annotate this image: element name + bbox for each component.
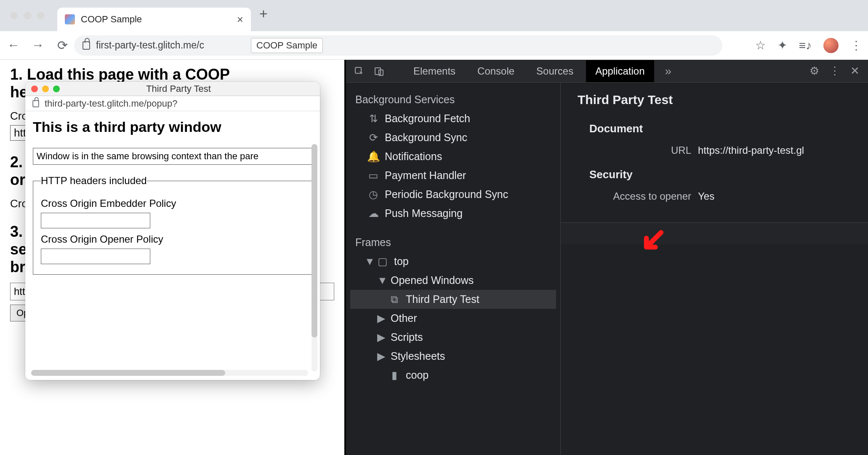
windows-icon: ⧉ (390, 295, 399, 304)
chevron-right-icon: ▶ (377, 312, 384, 324)
address-text: first-party-test.glitch.me/c (96, 40, 204, 51)
traffic-dot (10, 12, 18, 19)
popup-titlebar: Third Party Test (25, 82, 320, 96)
sync-icon: ⟳ (369, 133, 378, 142)
coop-input[interactable] (41, 249, 150, 264)
file-icon: ▮ (390, 371, 399, 380)
card-icon: ▭ (369, 171, 378, 180)
tab-application[interactable]: Application (586, 60, 654, 82)
popup-address-text: third-party-test.glitch.me/popup? (45, 98, 178, 109)
back-button[interactable]: ← (6, 38, 21, 53)
access-opener-row: Access to opener Yes (603, 190, 851, 202)
browser-tab-strip: COOP Sample × + (0, 0, 868, 31)
playlist-icon[interactable]: ≡♪ (799, 39, 812, 52)
traffic-dot (37, 12, 45, 19)
cloud-icon: ☁ (369, 209, 378, 218)
lock-icon (83, 41, 90, 50)
chevron-down-icon: ▼ (365, 255, 371, 268)
popup-traffic-lights (31, 86, 60, 92)
more-tabs-icon[interactable]: » (660, 64, 677, 78)
scrollbar-thumb[interactable] (312, 144, 317, 337)
sidebar-group-frames[interactable]: Frames (350, 233, 556, 252)
sidebar-item-notifications[interactable]: 🔔Notifications (350, 147, 556, 166)
profile-avatar[interactable] (823, 38, 839, 53)
page-content: 1. Load this page with a COOP he Cro htt… (0, 60, 344, 455)
window-traffic-lights (10, 12, 45, 19)
scrollbar-thumb[interactable] (31, 370, 225, 376)
access-opener-value: Yes (698, 190, 714, 202)
tab-elements[interactable]: Elements (404, 60, 465, 82)
tab-title: COOP Sample (81, 14, 231, 25)
browser-toolbar: ← → ⟳ first-party-test.glitch.me/c COOP … (0, 31, 868, 60)
reload-button[interactable]: ⟳ (55, 38, 70, 53)
inspect-icon[interactable] (352, 64, 366, 78)
devtools-panel: Elements Console Sources Application » ⚙… (344, 60, 868, 455)
sidebar-item-background-fetch[interactable]: ⇅Background Fetch (350, 109, 556, 128)
browser-tab[interactable]: COOP Sample × (57, 8, 251, 31)
sidebar-item-payment-handler[interactable]: ▭Payment Handler (350, 166, 556, 185)
tab-console[interactable]: Console (468, 60, 524, 82)
star-icon[interactable]: ☆ (755, 38, 766, 52)
tab-sources[interactable]: Sources (527, 60, 583, 82)
forward-button[interactable]: → (30, 38, 45, 53)
sidebar-item-push-messaging[interactable]: ☁Push Messaging (350, 204, 556, 223)
popup-window: Third Party Test third-party-test.glitch… (25, 82, 320, 380)
svg-rect-1 (375, 68, 381, 75)
menu-icon[interactable]: ⋮ (850, 38, 862, 52)
devtools-sidebar: Background Services ⇅Background Fetch ⟳B… (346, 83, 561, 455)
sidebar-item-scripts[interactable]: ▶Scripts (350, 328, 556, 347)
url-row: URL https://third-party-test.gl (603, 145, 851, 156)
sidebar-item-other[interactable]: ▶Other (350, 309, 556, 328)
address-bar[interactable]: first-party-test.glitch.me/c COOP Sample (74, 35, 722, 56)
chevron-right-icon: ▶ (377, 331, 384, 343)
url-value: https://third-party-test.gl (698, 145, 804, 156)
bell-icon: 🔔 (369, 152, 378, 161)
nav-buttons: ← → ⟳ (6, 38, 70, 53)
sidebar-item-top-frame[interactable]: ▼▢top (350, 252, 556, 271)
sidebar-group-background-services[interactable]: Background Services (350, 90, 556, 109)
sidebar-item-opened-windows[interactable]: ▼Opened Windows (350, 271, 556, 290)
window-icon: ▢ (378, 257, 387, 266)
close-devtools-icon[interactable]: ✕ (850, 64, 860, 78)
kebab-menu-icon[interactable]: ⋮ (829, 64, 840, 78)
security-section-title: Security (589, 168, 851, 181)
sidebar-item-third-party-test[interactable]: ⧉Third Party Test (350, 290, 556, 309)
sidebar-item-coop-file[interactable]: ▮coop (350, 366, 556, 385)
http-headers-fieldset: HTTP headers included Cross Origin Embed… (33, 175, 312, 275)
traffic-dot (24, 12, 31, 19)
url-label: URL (603, 145, 691, 156)
sidebar-item-background-sync[interactable]: ⟳Background Sync (350, 128, 556, 147)
new-tab-button[interactable]: + (259, 5, 268, 22)
document-section-title: Document (589, 122, 851, 135)
settings-icon[interactable]: ⚙ (809, 64, 819, 78)
extensions-icon[interactable]: ✦ (777, 38, 787, 52)
exchange-icon: ⇅ (369, 114, 378, 123)
popup-address-bar[interactable]: third-party-test.glitch.me/popup? (25, 96, 320, 111)
popup-title: Third Party Test (64, 83, 293, 94)
toolbar-right-icons: ☆ ✦ ≡♪ ⋮ (755, 38, 862, 53)
devtools-tab-bar: Elements Console Sources Application » ⚙… (346, 60, 868, 83)
address-tooltip: COOP Sample (251, 38, 323, 53)
devtools-main: Third Party Test Document URL https://th… (561, 83, 868, 455)
close-window-icon[interactable] (31, 86, 38, 92)
zoom-window-icon[interactable] (53, 86, 60, 92)
minimize-window-icon[interactable] (42, 86, 49, 92)
sidebar-item-periodic-sync[interactable]: ◷Periodic Background Sync (350, 185, 556, 204)
frame-title: Third Party Test (578, 93, 851, 107)
annotation-arrow-icon (642, 229, 666, 254)
fieldset-legend: HTTP headers included (41, 175, 147, 187)
close-tab-icon[interactable]: × (237, 13, 243, 26)
divider (561, 222, 868, 244)
clock-icon: ◷ (369, 190, 378, 199)
chevron-right-icon: ▶ (377, 350, 384, 362)
popup-vertical-scrollbar[interactable] (312, 144, 317, 372)
chevron-down-icon: ▼ (377, 274, 384, 286)
coep-label: Cross Origin Embedder Policy (41, 198, 304, 209)
access-opener-label: Access to opener (603, 190, 691, 202)
popup-message-input[interactable] (33, 148, 312, 165)
device-toggle-icon[interactable] (372, 64, 386, 78)
popup-horizontal-scrollbar[interactable] (31, 370, 308, 376)
popup-heading: This is a third party window (33, 119, 312, 135)
sidebar-item-stylesheets[interactable]: ▶Stylesheets (350, 347, 556, 366)
coep-input[interactable] (41, 213, 150, 228)
